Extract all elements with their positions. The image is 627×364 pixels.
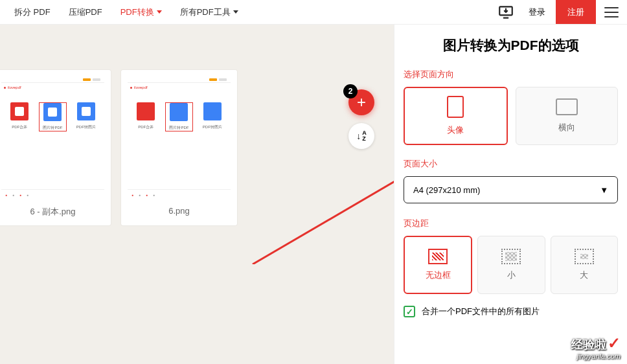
nav-convert-pdf[interactable]: PDF转换 (111, 0, 171, 24)
thumbnail-filename: 6.png (128, 206, 231, 216)
portrait-label: 头像 (447, 124, 464, 136)
orientation-portrait[interactable]: 头像 (404, 87, 508, 145)
options-panel: 图片转换为PDF的选项 选择页面方向 头像 横向 页面大小 A4 (297x21… (394, 25, 627, 364)
file-thumbnail[interactable]: ilovepdf PDF合并 图片转PDF PDF转图片 ●●●● 6 - 副本… (0, 70, 111, 225)
checkbox-checked-icon: ✓ (404, 306, 415, 317)
pagesize-select[interactable]: A4 (297x210 mm) ▼ (404, 176, 618, 203)
nav-compress-pdf[interactable]: 压缩PDF (60, 0, 111, 24)
hamburger-menu-icon[interactable] (596, 0, 627, 24)
landscape-icon (556, 98, 578, 115)
margin-none[interactable]: 无边框 (404, 236, 472, 294)
merge-checkbox-row[interactable]: ✓ 合并一个PDF文件中的所有图片 (404, 306, 618, 317)
file-thumbnail[interactable]: ilovepdf PDF合并 图片转PDF PDF转图片 ●●●● 6.png (121, 70, 237, 225)
margin-none-icon (428, 249, 448, 264)
orientation-landscape[interactable]: 横向 (516, 87, 619, 145)
margin-small-icon (501, 249, 521, 264)
margin-small[interactable]: 小 (477, 236, 545, 294)
chevron-down-icon (233, 10, 238, 14)
merge-label: 合并一个PDF文件中的所有图片 (422, 306, 540, 317)
margin-section-title: 页边距 (404, 218, 618, 229)
margin-large-label: 大 (580, 269, 588, 281)
margin-large-icon (575, 249, 594, 264)
nav-all-tools-label: 所有PDF工具 (180, 6, 231, 18)
top-header: 拆分 PDF 压缩PDF PDF转换 所有PDF工具 登录 注册 (0, 0, 627, 25)
login-button[interactable]: 登录 (518, 0, 556, 24)
landscape-label: 横向 (558, 122, 575, 133)
svg-rect-3 (82, 107, 91, 116)
file-count-badge: 2 (343, 84, 358, 98)
sort-arrow-icon: ↓ (356, 131, 361, 141)
thumbnail-area: ilovepdf PDF合并 图片转PDF PDF转图片 ●●●● 6 - 副本… (0, 25, 394, 364)
pagesize-value: A4 (297x210 mm) (413, 185, 480, 195)
svg-rect-2 (48, 108, 57, 117)
plus-icon: + (357, 93, 366, 111)
nav-all-tools[interactable]: 所有PDF工具 (171, 0, 247, 24)
nav-convert-label: PDF转换 (120, 6, 154, 18)
panel-title: 图片转换为PDF的选项 (404, 36, 618, 54)
nav-split-pdf[interactable]: 拆分 PDF (5, 0, 60, 24)
orientation-section-title: 选择页面方向 (404, 69, 618, 80)
check-icon: ✓ (608, 334, 621, 352)
main-nav: 拆分 PDF 压缩PDF PDF转换 所有PDF工具 (0, 0, 247, 24)
margin-none-label: 无边框 (426, 269, 451, 281)
watermark-url: jingyanla.com (571, 352, 621, 360)
register-button[interactable]: 注册 (556, 0, 596, 24)
chevron-down-icon (157, 10, 162, 14)
watermark-brand: 经验啦 (571, 338, 606, 351)
chevron-down-icon: ▼ (600, 185, 608, 195)
portrait-icon (447, 96, 464, 118)
margin-small-label: 小 (507, 269, 516, 281)
sort-button[interactable]: ↓ AZ (348, 123, 374, 149)
thumbnail-preview: ilovepdf PDF合并 图片转PDF PDF转图片 ●●●● (128, 76, 231, 199)
download-icon[interactable] (494, 0, 518, 24)
margin-large[interactable]: 大 (551, 236, 618, 294)
thumbnail-preview: ilovepdf PDF合并 图片转PDF PDF转图片 ●●●● (1, 76, 104, 199)
pagesize-section-title: 页面大小 (404, 158, 618, 170)
thumbnail-filename: 6 - 副本.png (1, 206, 104, 218)
add-file-button[interactable]: + 2 (348, 89, 374, 115)
sort-az-icon: AZ (362, 130, 367, 142)
svg-rect-1 (15, 107, 24, 116)
watermark: 经验啦✓ jingyanla.com (571, 334, 621, 360)
